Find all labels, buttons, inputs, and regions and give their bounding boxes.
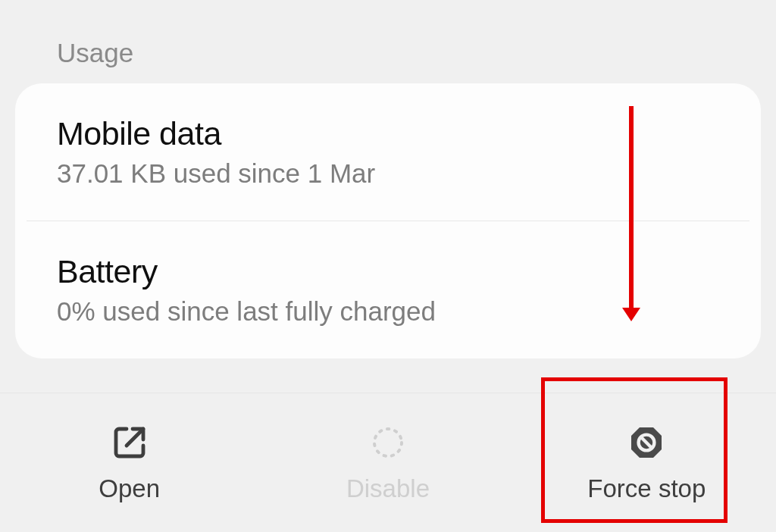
usage-card: Mobile data 37.01 KB used since 1 Mar Ba… <box>15 83 761 358</box>
force-stop-label: Force stop <box>587 474 706 503</box>
open-button[interactable]: Open <box>0 393 258 532</box>
mobile-data-row[interactable]: Mobile data 37.01 KB used since 1 Mar <box>15 83 761 221</box>
open-label: Open <box>99 474 160 503</box>
battery-row[interactable]: Battery 0% used since last fully charged <box>27 221 749 358</box>
svg-point-0 <box>374 429 402 456</box>
battery-title: Battery <box>57 253 719 290</box>
disable-icon <box>368 423 408 462</box>
disable-label: Disable <box>346 474 430 503</box>
battery-subtitle: 0% used since last fully charged <box>57 296 719 327</box>
force-stop-button[interactable]: Force stop <box>518 393 776 532</box>
open-icon <box>110 423 149 462</box>
section-header-usage: Usage <box>0 0 776 83</box>
mobile-data-title: Mobile data <box>57 115 719 152</box>
annotation-arrow <box>629 106 634 309</box>
disable-button: Disable <box>258 393 517 532</box>
mobile-data-subtitle: 37.01 KB used since 1 Mar <box>57 158 719 189</box>
bottom-action-bar: Open Disable Force stop <box>0 393 776 532</box>
force-stop-icon <box>627 423 666 462</box>
